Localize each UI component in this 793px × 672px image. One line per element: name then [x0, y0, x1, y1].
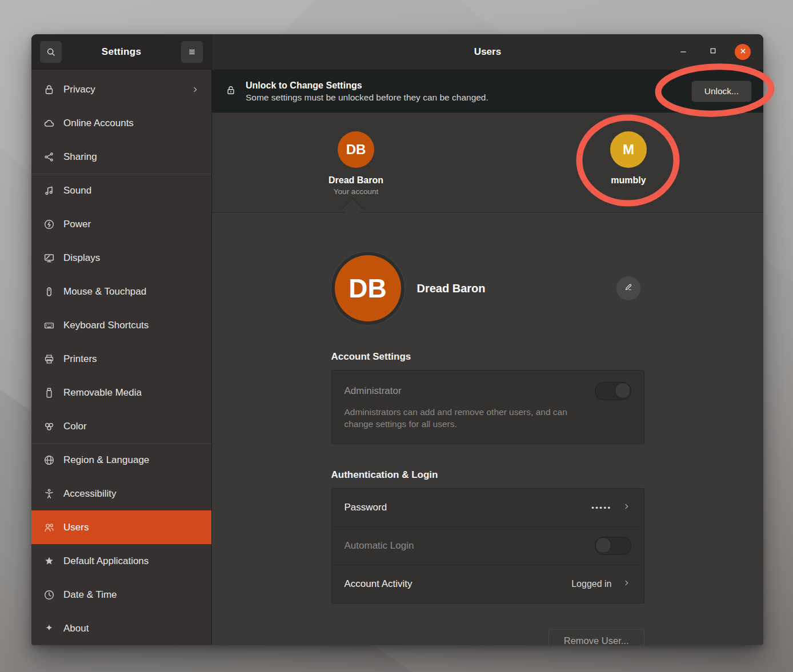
close-button[interactable]: [735, 44, 751, 60]
sidebar-item-users[interactable]: Users: [31, 510, 211, 544]
printer-icon: [43, 353, 55, 365]
primary-menu-button[interactable]: [181, 41, 203, 63]
user-mumbly[interactable]: M mumbly: [577, 131, 680, 186]
hamburger-menu-icon: [186, 46, 198, 58]
account-settings-card: Administrator Administrators can add and…: [331, 370, 644, 444]
maximize-icon: [708, 46, 718, 58]
administrator-toggle[interactable]: [595, 382, 631, 400]
app-title: Settings: [102, 46, 141, 58]
password-value: •••••: [591, 504, 611, 512]
account-activity-row[interactable]: Account Activity Logged in: [332, 565, 644, 603]
sidebar-item-privacy[interactable]: Privacy: [31, 73, 211, 106]
pencil-icon: [623, 282, 634, 295]
cloud-icon: [43, 117, 55, 130]
banner-text: Unlock to Change Settings Some settings …: [246, 79, 683, 103]
chevron-right-icon: [191, 85, 200, 94]
sidebar-item-keyboard-shortcuts[interactable]: Keyboard Shortcuts: [31, 308, 211, 342]
account-activity-value: Logged in: [571, 579, 611, 589]
sidebar-item-mouse-touchpad[interactable]: Mouse & Touchpad: [31, 275, 211, 308]
keyboard-icon: [43, 319, 55, 332]
chevron-right-icon: [622, 578, 631, 590]
close-icon: [739, 47, 747, 58]
user-dread-baron[interactable]: DB Dread Baron Your account: [305, 131, 407, 196]
edit-name-button[interactable]: [616, 276, 641, 301]
window-controls: [675, 44, 763, 60]
automatic-login-toggle[interactable]: [595, 537, 631, 555]
user-carousel: DB Dread Baron Your account M mumbly: [212, 112, 763, 213]
maximize-button[interactable]: [705, 44, 721, 60]
sidebar-headerbar: Settings: [31, 34, 211, 70]
toggle-knob: [615, 383, 631, 399]
sidebar-item-removable-media[interactable]: Removable Media: [31, 376, 211, 409]
main-panel: Users Unlock to Change Settings Some set…: [212, 34, 763, 645]
sidebar-item-about[interactable]: About: [31, 611, 211, 645]
minimize-button[interactable]: [675, 44, 691, 60]
automatic-login-row: Automatic Login: [332, 526, 644, 565]
music-note-icon: [43, 184, 55, 197]
chevron-right-icon: [622, 502, 631, 513]
toggle-knob: [595, 537, 611, 553]
desktop: Settings Privacy Online Accounts: [0, 0, 793, 672]
sidebar-item-default-applications[interactable]: Default Applications: [31, 544, 211, 578]
main-headerbar: Users: [212, 34, 763, 70]
sidebar-item-online-accounts[interactable]: Online Accounts: [31, 106, 211, 140]
sparkle-icon: [43, 622, 55, 635]
sidebar-item-power[interactable]: Power: [31, 207, 211, 241]
globe-icon: [43, 454, 55, 466]
avatar: DB: [335, 255, 401, 321]
administrator-label: Administrator: [345, 385, 402, 397]
color-circles-icon: [43, 420, 55, 433]
remove-user-row: Remove User...: [331, 629, 644, 645]
minimize-icon: [678, 46, 688, 58]
user-details: DB Dread Baron Account Settings Administ…: [212, 213, 763, 645]
lock-icon: [43, 83, 55, 96]
sidebar-item-displays[interactable]: Displays: [31, 241, 211, 275]
sidebar-item-sharing[interactable]: Sharing: [31, 140, 211, 174]
sidebar-item-date-time[interactable]: Date & Time: [31, 578, 211, 611]
unlock-button[interactable]: Unlock...: [691, 81, 752, 102]
avatar: DB: [338, 131, 374, 168]
sidebar-item-sound[interactable]: Sound: [31, 174, 211, 207]
star-icon: [43, 555, 55, 568]
lock-icon: [225, 84, 238, 98]
users-icon: [43, 521, 55, 534]
share-icon: [43, 151, 55, 163]
settings-window: Settings Privacy Online Accounts: [31, 34, 763, 645]
sidebar-item-accessibility[interactable]: Accessibility: [31, 477, 211, 510]
unlock-banner: Unlock to Change Settings Some settings …: [212, 70, 763, 112]
search-icon: [45, 46, 57, 58]
password-row[interactable]: Password •••••: [332, 489, 644, 526]
sidebar-item-color[interactable]: Color: [31, 409, 211, 443]
sidebar-item-region-language[interactable]: Region & Language: [31, 443, 211, 477]
accessibility-person-icon: [43, 488, 55, 500]
authentication-card: Password ••••• Automatic Login Account A…: [331, 488, 644, 603]
remove-user-button[interactable]: Remove User...: [548, 629, 644, 645]
sidebar-list: Privacy Online Accounts Sharing Sound: [31, 70, 211, 645]
search-button[interactable]: [39, 41, 62, 63]
section-title-authentication: Authentication & Login: [331, 469, 644, 481]
mouse-icon: [43, 285, 55, 298]
sidebar: Settings Privacy Online Accounts: [31, 34, 212, 645]
avatar: M: [610, 131, 647, 168]
sidebar-item-printers[interactable]: Printers: [31, 342, 211, 376]
clock-icon: [43, 589, 55, 601]
profile-row: DB Dread Baron: [331, 251, 644, 326]
power-icon: [43, 218, 55, 231]
display-icon: [43, 252, 55, 264]
usb-stick-icon: [43, 387, 55, 399]
administrator-description: Administrators can add and remove other …: [345, 406, 584, 430]
section-title-account-settings: Account Settings: [331, 351, 644, 363]
